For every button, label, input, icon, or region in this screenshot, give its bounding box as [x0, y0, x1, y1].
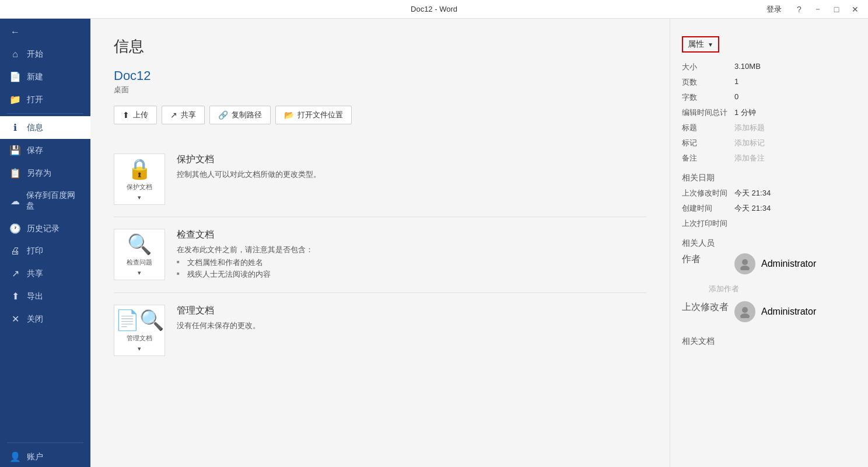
date-value-created: 今天 21:34 — [734, 203, 771, 214]
cloud-icon: ☁ — [9, 196, 20, 207]
sidebar-label-open: 打开 — [27, 95, 43, 105]
protect-icon-box[interactable]: 🔒 保护文档 ▾ — [114, 154, 165, 205]
date-row-modified: 上次修改时间 今天 21:34 — [682, 188, 856, 198]
sidebar-item-account[interactable]: 👤 账户 — [0, 445, 90, 467]
related-people-heading: 相关人员 — [682, 238, 856, 249]
maximize-button[interactable]: □ — [828, 1, 845, 18]
sidebar-item-info[interactable]: ℹ 信息 — [0, 116, 90, 139]
titlebar-controls: 登录 ? － □ ✕ — [766, 1, 863, 18]
date-label-modified: 上次修改时间 — [682, 188, 734, 198]
sidebar-label-start: 开始 — [27, 49, 43, 60]
sidebar-label-save: 保存 — [27, 145, 43, 156]
share-toolbar-icon: ↗ — [170, 110, 177, 120]
copy-path-button[interactable]: 🔗 复制路径 — [209, 106, 271, 124]
modifier-name: Administrator — [761, 306, 816, 317]
main-content: 信息 Doc12 桌面 ⬆ 上传 ↗ 共享 🔗 复制路径 📂 打开文件位置 — [90, 19, 670, 467]
date-value-modified: 今天 21:34 — [734, 188, 771, 198]
upload-button[interactable]: ⬆ 上传 — [114, 106, 157, 124]
prop-row-words: 字数 0 — [682, 92, 856, 103]
sidebar-label-info: 信息 — [27, 123, 43, 133]
open-icon: 📁 — [9, 94, 21, 105]
prop-value-size: 3.10MB — [734, 62, 761, 72]
inspect-list-item-1: 文档属性和作者的姓名 — [177, 257, 646, 268]
back-icon: ← — [9, 27, 21, 37]
sidebar-item-start[interactable]: ⌂ 开始 — [0, 43, 90, 65]
author-avatar — [734, 253, 755, 274]
save-icon: 💾 — [9, 145, 21, 156]
inspect-icon-box[interactable]: 🔍 检查问题 ▾ — [114, 229, 165, 280]
author-label: 作者 — [682, 253, 734, 279]
prop-row-tag: 标记 添加标记 — [682, 138, 856, 148]
sidebar-item-new[interactable]: 📄 新建 — [0, 65, 90, 88]
date-label-created: 创建时间 — [682, 203, 734, 214]
sidebar-label-share: 共享 — [27, 269, 43, 279]
prop-row-pages: 页数 1 — [682, 77, 856, 88]
prop-label-title: 标题 — [682, 123, 734, 133]
modifier-avatar — [734, 301, 755, 322]
share-icon: ↗ — [9, 268, 21, 279]
prop-value-title[interactable]: 添加标题 — [734, 123, 765, 133]
login-button[interactable]: 登录 — [766, 4, 782, 15]
sidebar-item-open[interactable]: 📁 打开 — [0, 88, 90, 111]
toolbar: ⬆ 上传 ↗ 共享 🔗 复制路径 📂 打开文件位置 — [114, 106, 646, 124]
prop-row-size: 大小 3.10MB — [682, 62, 856, 72]
sidebar-item-savebaidu[interactable]: ☁ 保存到百度网盘 — [0, 184, 90, 217]
home-icon: ⌂ — [9, 49, 21, 60]
date-label-printed: 上次打印时间 — [682, 218, 734, 229]
prop-row-note: 备注 添加备注 — [682, 153, 856, 163]
sidebar-item-saveas[interactable]: 📋 另存为 — [0, 162, 90, 184]
manage-icon-box[interactable]: 📄🔍 管理文档 ▾ — [114, 305, 165, 356]
share-button[interactable]: ↗ 共享 — [162, 106, 205, 124]
prop-value-edittime: 1 分钟 — [734, 107, 756, 118]
sidebar-item-print[interactable]: 🖨 打印 — [0, 240, 90, 262]
sidebar-item-history[interactable]: 🕐 历史记录 — [0, 217, 90, 240]
protect-card: 🔒 保护文档 ▾ 保护文档 控制其他人可以对此文档所做的更改类型。 — [114, 142, 646, 217]
export-icon: ⬆ — [9, 291, 21, 302]
prop-value-tag[interactable]: 添加标记 — [734, 138, 765, 148]
page-title: 信息 — [114, 36, 646, 57]
sidebar-label-export: 导出 — [27, 291, 43, 302]
inspect-list-item-2: 残疾人士无法阅读的内容 — [177, 269, 646, 280]
sidebar-item-export[interactable]: ⬆ 导出 — [0, 285, 90, 308]
related-dates-heading: 相关日期 — [682, 173, 856, 183]
sidebar-label-savebaidu: 保存到百度网盘 — [26, 190, 81, 211]
prop-row-edittime: 编辑时间总计 1 分钟 — [682, 107, 856, 118]
inspect-list: 文档属性和作者的姓名 残疾人士无法阅读的内容 — [177, 257, 646, 280]
new-icon: 📄 — [9, 71, 21, 82]
sidebar-label-print: 打印 — [27, 246, 43, 256]
sidebar-item-save[interactable]: 💾 保存 — [0, 139, 90, 162]
manage-card: 📄🔍 管理文档 ▾ 管理文档 没有任何未保存的更改。 — [114, 293, 646, 368]
prop-label-note: 备注 — [682, 153, 734, 163]
date-row-created: 创建时间 今天 21:34 — [682, 203, 856, 214]
cards-section: 🔒 保护文档 ▾ 保护文档 控制其他人可以对此文档所做的更改类型。 🔍 检查问题… — [114, 142, 646, 368]
protect-title: 保护文档 — [177, 154, 646, 166]
manage-title: 管理文档 — [177, 305, 646, 317]
sidebar-back-button[interactable]: ← — [0, 21, 90, 43]
svg-point-3 — [740, 313, 750, 318]
sidebar-item-close[interactable]: ✕ 关闭 — [0, 308, 90, 330]
svg-point-0 — [742, 259, 748, 265]
saveas-icon: 📋 — [9, 168, 21, 179]
add-author-link[interactable]: 添加作者 — [709, 284, 856, 294]
author-name: Administrator — [761, 259, 816, 269]
svg-point-1 — [740, 266, 750, 270]
chevron-down-icon: ▼ — [708, 41, 713, 48]
prop-value-pages: 1 — [734, 77, 738, 88]
sidebar-label-history: 历史记录 — [27, 224, 60, 234]
properties-header[interactable]: 属性 ▼ — [682, 36, 719, 53]
sidebar-label-new: 新建 — [27, 72, 43, 82]
manage-card-content: 管理文档 没有任何未保存的更改。 — [177, 305, 646, 333]
sidebar-divider — [7, 113, 83, 114]
author-row: 作者 Administrator — [682, 253, 856, 279]
protect-card-content: 保护文档 控制其他人可以对此文档所做的更改类型。 — [177, 154, 646, 182]
minimize-button[interactable]: － — [810, 1, 826, 18]
upload-icon: ⬆ — [123, 110, 130, 120]
prop-value-note[interactable]: 添加备注 — [734, 153, 765, 163]
sidebar-item-share[interactable]: ↗ 共享 — [0, 262, 90, 285]
related-docs-heading: 相关文档 — [682, 336, 856, 347]
help-button[interactable]: ? — [791, 1, 807, 18]
close-button[interactable]: ✕ — [847, 1, 863, 18]
modifier-label: 上次修改者 — [682, 301, 734, 327]
open-location-button[interactable]: 📂 打开文件位置 — [275, 106, 352, 124]
upload-label: 上传 — [133, 110, 148, 120]
